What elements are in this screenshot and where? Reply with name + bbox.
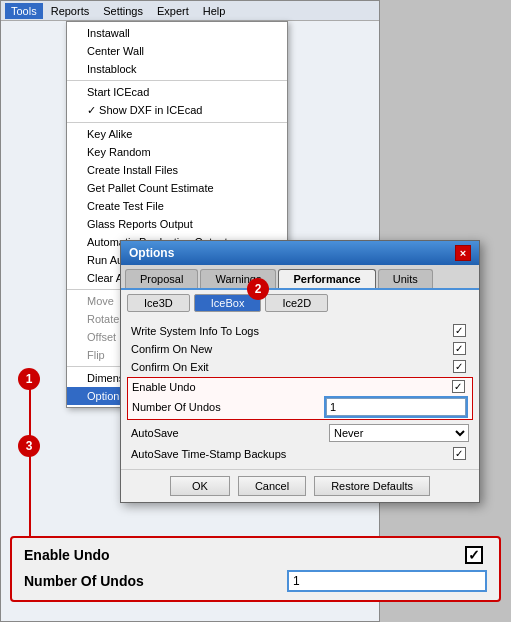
undo-section: Enable Undo Number Of Undos — [127, 377, 473, 420]
dialog-content: Write System Info To Logs Confirm On New… — [121, 316, 479, 469]
ctrl-write-system-info — [449, 324, 469, 337]
label-number-of-undos: Number Of Undos — [132, 401, 326, 413]
tab-proposal[interactable]: Proposal — [125, 269, 198, 288]
ctrl-confirm-exit — [449, 360, 469, 373]
tab-units[interactable]: Units — [378, 269, 433, 288]
highlight-enable-undo-checkbox[interactable] — [465, 546, 483, 564]
menu-reports[interactable]: Reports — [45, 3, 96, 19]
menu-create-test-file[interactable]: Create Test File — [67, 197, 287, 215]
annotation-3: 3 — [18, 435, 40, 457]
menu-instablock[interactable]: Instablock — [67, 60, 287, 78]
tab-performance[interactable]: Performance — [278, 269, 375, 288]
menu-instawall[interactable]: Instawall — [67, 24, 287, 42]
row-confirm-exit: Confirm On Exit — [127, 358, 473, 375]
dialog-tabs: Proposal Warnings Performance Units — [121, 265, 479, 290]
menu-create-install-files[interactable]: Create Install Files — [67, 161, 287, 179]
label-enable-undo: Enable Undo — [132, 381, 448, 393]
row-write-system-info: Write System Info To Logs — [127, 322, 473, 339]
options-dialog: Options × Proposal Warnings Performance … — [120, 240, 480, 503]
ctrl-confirm-new — [449, 342, 469, 355]
dialog-subtabs: Ice3D IceBox Ice2D — [121, 290, 479, 316]
checkbox-enable-undo[interactable] — [452, 380, 465, 393]
dialog-close-button[interactable]: × — [455, 245, 471, 261]
dialog-buttons: OK Cancel Restore Defaults — [121, 469, 479, 502]
row-confirm-new: Confirm On New — [127, 340, 473, 357]
highlight-number-of-undos-label: Number Of Undos — [24, 573, 287, 589]
annotation-1: 1 — [18, 368, 40, 390]
menu-key-alike[interactable]: Key Alike — [67, 125, 287, 143]
cancel-button[interactable]: Cancel — [238, 476, 306, 496]
menu-tools[interactable]: Tools — [5, 3, 43, 19]
highlight-number-of-undos-input[interactable] — [287, 570, 487, 592]
ctrl-autosave-timestamp — [449, 447, 469, 460]
label-autosave: AutoSave — [131, 427, 329, 439]
highlight-box: Enable Undo Number Of Undos — [10, 536, 501, 602]
label-write-system-info: Write System Info To Logs — [131, 325, 449, 337]
highlight-enable-undo-label: Enable Undo — [24, 547, 465, 563]
row-number-of-undos: Number Of Undos — [128, 396, 472, 418]
highlight-enable-undo-row: Enable Undo — [24, 546, 487, 564]
menu-key-random[interactable]: Key Random — [67, 143, 287, 161]
select-autosave[interactable]: Never 1 min 5 min 10 min 30 min — [329, 424, 469, 442]
checkbox-autosave-timestamp[interactable] — [453, 447, 466, 460]
annotation-2: 2 — [247, 278, 269, 300]
menu-expert[interactable]: Expert — [151, 3, 195, 19]
label-autosave-timestamp: AutoSave Time-Stamp Backups — [131, 448, 449, 460]
row-autosave-timestamp: AutoSave Time-Stamp Backups — [127, 445, 473, 462]
menu-center-wall[interactable]: Center Wall — [67, 42, 287, 60]
ctrl-enable-undo — [448, 380, 468, 393]
dialog-titlebar: Options × — [121, 241, 479, 265]
menu-help[interactable]: Help — [197, 3, 232, 19]
dialog-title: Options — [129, 246, 174, 260]
label-confirm-exit: Confirm On Exit — [131, 361, 449, 373]
checkbox-write-system-info[interactable] — [453, 324, 466, 337]
checkbox-confirm-new[interactable] — [453, 342, 466, 355]
menu-settings[interactable]: Settings — [97, 3, 149, 19]
highlight-number-of-undos-row: Number Of Undos — [24, 570, 487, 592]
ok-button[interactable]: OK — [170, 476, 230, 496]
checkbox-confirm-exit[interactable] — [453, 360, 466, 373]
menu-start-icecad[interactable]: Start ICEcad — [67, 83, 287, 101]
label-confirm-new: Confirm On New — [131, 343, 449, 355]
subtab-ice3d[interactable]: Ice3D — [127, 294, 190, 312]
menu-glass-reports[interactable]: Glass Reports Output — [67, 215, 287, 233]
restore-defaults-button[interactable]: Restore Defaults — [314, 476, 430, 496]
subtab-ice2d[interactable]: Ice2D — [265, 294, 328, 312]
row-enable-undo: Enable Undo — [128, 378, 472, 395]
menu-bar: Tools Reports Settings Expert Help — [1, 1, 379, 21]
menu-get-pallet[interactable]: Get Pallet Count Estimate — [67, 179, 287, 197]
row-autosave: AutoSave Never 1 min 5 min 10 min 30 min — [127, 422, 473, 444]
sep-1 — [67, 80, 287, 81]
menu-show-dxf[interactable]: Show DXF in ICEcad — [67, 101, 287, 120]
input-number-of-undos[interactable] — [326, 398, 466, 416]
sep-2 — [67, 122, 287, 123]
